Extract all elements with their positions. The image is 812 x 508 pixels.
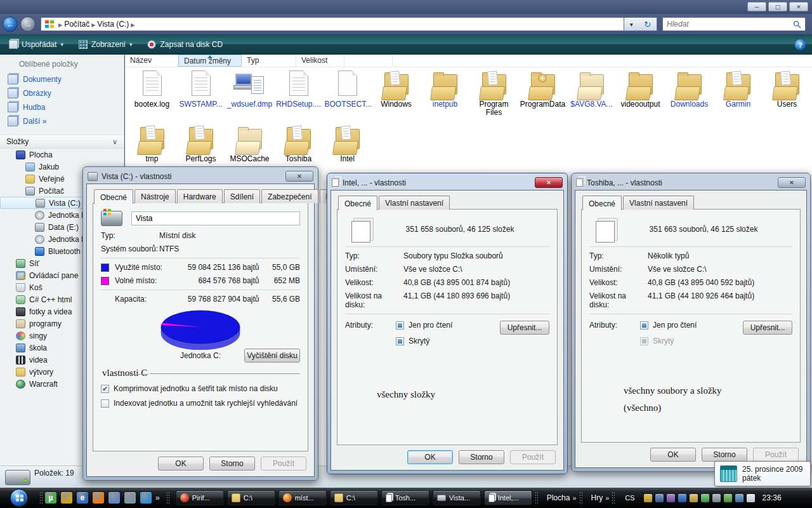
tab-2[interactable]: Vlastní nastavení <box>379 196 450 210</box>
launcher-icon[interactable] <box>61 492 72 504</box>
sidebar-icon[interactable] <box>655 494 664 502</box>
overflow-icon[interactable]: » <box>605 494 609 502</box>
file-item[interactable]: PerfLogs <box>176 123 225 163</box>
column-header-velikost[interactable]: Velikost <box>296 55 344 67</box>
tab-2[interactable]: Nástroje <box>134 189 176 203</box>
dialog-title-bar[interactable]: Toshiba, ... - vlastnosti ✕ <box>575 175 807 190</box>
checkbox-empty-icon[interactable] <box>101 399 109 408</box>
file-item[interactable]: tmp <box>128 123 176 163</box>
scheduler-icon[interactable] <box>690 494 698 502</box>
toolbar-grip[interactable] <box>166 491 169 504</box>
favorite-item[interactable]: Obrázky <box>0 86 124 100</box>
cancel-button[interactable]: Storno <box>209 457 255 471</box>
tab-5[interactable]: Zabezpečení <box>261 189 318 203</box>
refresh-icon[interactable]: ↻ <box>644 20 651 29</box>
checkbox-indeterminate-icon[interactable] <box>396 337 404 345</box>
task-button[interactable]: Vista... <box>433 490 481 505</box>
address-dropdown-icon[interactable]: ▾ <box>630 21 633 28</box>
internet-explorer-icon[interactable]: e <box>77 492 88 504</box>
readonly-checkbox[interactable]: Jen pro čtení <box>640 321 743 330</box>
file-item[interactable]: Garmin <box>714 69 763 117</box>
advanced-button[interactable]: Upřesnit... <box>500 321 549 335</box>
tab-2[interactable]: Vlastní nastavení <box>623 196 694 210</box>
compress-checkbox[interactable]: ✔ Komprimovat jednotku a šetřit tak míst… <box>101 384 300 393</box>
cancel-button[interactable]: Storno <box>459 450 504 464</box>
explorer-title-bar[interactable]: ─ ▢ ✕ <box>0 0 812 14</box>
close-button[interactable]: ✕ <box>285 171 313 182</box>
cancel-button[interactable]: Storno <box>702 448 747 462</box>
file-item[interactable]: Windows <box>372 69 421 117</box>
file-item[interactable]: $AVG8.VA... <box>567 69 616 117</box>
apply-button[interactable]: Použít <box>510 450 556 464</box>
ok-button[interactable]: OK <box>407 450 453 464</box>
toolbar-grip[interactable] <box>612 491 615 504</box>
favorite-item[interactable]: Hudba <box>0 100 124 114</box>
start-button[interactable] <box>10 489 28 507</box>
volume-icon[interactable] <box>747 494 755 502</box>
tab-4[interactable]: Sdílení <box>224 189 260 203</box>
hidden-checkbox[interactable]: Skrytý <box>396 337 500 345</box>
task-button[interactable]: Intel,... <box>484 490 532 505</box>
file-item[interactable]: ProgramData <box>518 69 567 117</box>
tab-1[interactable]: Obecné <box>582 196 622 210</box>
close-button[interactable]: ✕ <box>778 177 806 188</box>
network-icon[interactable] <box>735 494 743 502</box>
clock[interactable]: 23:36 <box>763 493 782 502</box>
file-item[interactable]: inetpub <box>421 69 469 117</box>
search-box[interactable] <box>662 17 806 31</box>
volume-name-input[interactable] <box>131 211 300 225</box>
toolbar-grip[interactable] <box>579 491 582 504</box>
task-button[interactable]: Tosh... <box>381 490 429 505</box>
agent-icon[interactable] <box>701 494 709 502</box>
file-item[interactable]: SWSTAMP... <box>176 69 225 117</box>
file-item[interactable]: Program Files <box>469 69 518 117</box>
burn-button[interactable]: Zapsat na disk CD <box>141 37 229 52</box>
task-button[interactable]: C:\ <box>227 490 275 505</box>
favorite-item[interactable]: Dokumenty <box>0 72 124 86</box>
close-button[interactable]: ✕ <box>535 177 563 188</box>
views-button[interactable]: Zobrazení ▾ <box>72 37 139 52</box>
minimize-button[interactable]: ─ <box>747 2 766 11</box>
file-item[interactable]: MSOCache <box>225 123 274 163</box>
file-item[interactable]: bootex.log <box>128 69 176 117</box>
task-button[interactable]: Pirif... <box>176 490 224 505</box>
utorrent-icon[interactable]: µ <box>45 492 56 504</box>
tab-1[interactable]: Obecné <box>338 196 377 210</box>
favorite-item[interactable]: Další » <box>0 114 124 128</box>
show-desktop-icon[interactable] <box>124 492 136 504</box>
quick-launch-overflow-icon[interactable]: » <box>155 493 160 502</box>
overflow-icon[interactable]: » <box>572 494 576 502</box>
messenger-icon[interactable] <box>108 492 120 504</box>
games-toolbar[interactable]: Hry » <box>591 493 610 502</box>
apply-button[interactable]: Použít <box>753 448 799 462</box>
file-item[interactable]: Downloads <box>665 69 714 117</box>
back-button[interactable]: ← <box>3 17 18 32</box>
disk-cleanup-button[interactable]: Vyčištění disku <box>244 349 300 363</box>
breadcrumb-item[interactable]: Vista (C:) <box>97 20 129 29</box>
file-item[interactable]: _wdsuef.dmp <box>225 69 274 117</box>
ok-button[interactable]: OK <box>158 457 204 471</box>
breadcrumb-item[interactable]: Počítač <box>64 20 89 29</box>
organize-button[interactable]: Uspořádat ▾ <box>3 37 70 52</box>
readonly-checkbox[interactable]: Jen pro čtení <box>396 321 500 330</box>
search-icon[interactable] <box>793 20 801 29</box>
address-bar[interactable]: ▶Počítač▶Vista (C:)▶ <box>41 17 624 31</box>
bluetooth-icon[interactable] <box>678 494 686 502</box>
task-button[interactable]: míst... <box>278 490 327 505</box>
file-item[interactable]: Users <box>763 69 811 117</box>
language-indicator[interactable]: CS <box>625 494 634 502</box>
column-header-název[interactable]: Název <box>125 55 178 67</box>
file-item[interactable]: Intel <box>323 123 372 163</box>
advanced-button[interactable]: Upřesnit... <box>743 321 792 335</box>
desktop-toolbar[interactable]: Plocha » <box>547 493 577 502</box>
avg-icon[interactable] <box>644 494 652 502</box>
tab-1[interactable]: Obecné <box>94 189 133 204</box>
maximize-button[interactable]: ▢ <box>768 2 787 11</box>
search-input[interactable] <box>667 20 793 29</box>
ok-button[interactable]: OK <box>650 448 696 462</box>
file-item[interactable]: videooutput <box>616 69 665 117</box>
tree-item-plocha[interactable]: Plocha <box>0 149 124 161</box>
display-icon[interactable] <box>712 494 721 502</box>
forward-button[interactable]: → <box>20 17 36 32</box>
tab-3[interactable]: Hardware <box>177 189 223 203</box>
